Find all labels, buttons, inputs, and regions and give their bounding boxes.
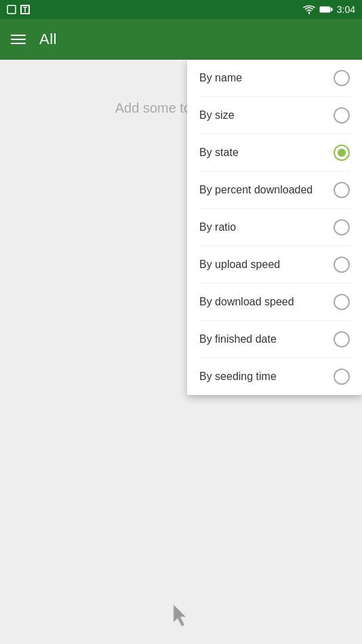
radio-by-percent-downloaded[interactable] <box>334 182 350 198</box>
menu-item-by-size[interactable]: By size <box>187 97 362 134</box>
menu-item-label-by-finished-date: By finished date <box>199 333 277 345</box>
menu-item-by-ratio[interactable]: By ratio <box>187 209 362 246</box>
radio-by-state[interactable] <box>334 145 350 161</box>
radio-by-finished-date[interactable] <box>334 331 350 347</box>
wifi-icon <box>303 5 315 14</box>
radio-by-seeding-time[interactable] <box>334 368 350 385</box>
menu-item-label-by-seeding-time: By seeding time <box>199 371 277 383</box>
status-bar-left-icons: T <box>7 5 30 14</box>
radio-by-size[interactable] <box>334 107 350 124</box>
radio-by-name[interactable] <box>334 70 350 86</box>
status-bar-right-icons: 3:04 <box>303 4 355 15</box>
menu-item-label-by-ratio: By ratio <box>199 221 236 233</box>
app-bar: All <box>0 19 362 60</box>
menu-item-label-by-state: By state <box>199 147 239 159</box>
t-icon: T <box>20 5 30 14</box>
radio-by-upload-speed[interactable] <box>334 257 350 273</box>
svg-rect-0 <box>7 5 16 14</box>
menu-button[interactable] <box>11 35 26 44</box>
menu-item-by-state[interactable]: By state <box>187 134 362 171</box>
page-icon <box>7 5 16 14</box>
menu-item-by-seeding-time[interactable]: By seeding time <box>187 358 362 395</box>
cursor-icon <box>171 603 191 628</box>
status-bar: T 3:04 <box>0 0 362 19</box>
menu-item-by-percent-downloaded[interactable]: By percent downloaded <box>187 172 362 208</box>
cursor-indicator <box>171 603 191 630</box>
battery-icon <box>319 5 333 14</box>
menu-item-label-by-percent-downloaded: By percent downloaded <box>199 184 313 196</box>
menu-item-label-by-download-speed: By download speed <box>199 296 294 308</box>
menu-item-label-by-size: By size <box>199 109 235 121</box>
svg-marker-3 <box>174 605 186 626</box>
menu-item-by-download-speed[interactable]: By download speed <box>187 284 362 320</box>
app-title: All <box>39 31 57 48</box>
svg-rect-2 <box>331 8 333 12</box>
menu-item-by-name[interactable]: By name <box>187 60 362 96</box>
svg-rect-1 <box>319 7 330 13</box>
radio-by-download-speed[interactable] <box>334 294 350 310</box>
menu-item-by-finished-date[interactable]: By finished date <box>187 321 362 358</box>
menu-item-by-upload-speed[interactable]: By upload speed <box>187 246 362 283</box>
menu-item-label-by-name: By name <box>199 72 242 84</box>
menu-item-label-by-upload-speed: By upload speed <box>199 259 280 271</box>
radio-by-ratio[interactable] <box>334 219 350 235</box>
radio-inner-by-state <box>338 149 346 157</box>
main-content: Add some torrent files By nameBy sizeBy … <box>0 60 362 644</box>
time-display: 3:04 <box>337 4 355 15</box>
sort-dropdown-menu: By nameBy sizeBy stateBy percent downloa… <box>187 60 362 395</box>
